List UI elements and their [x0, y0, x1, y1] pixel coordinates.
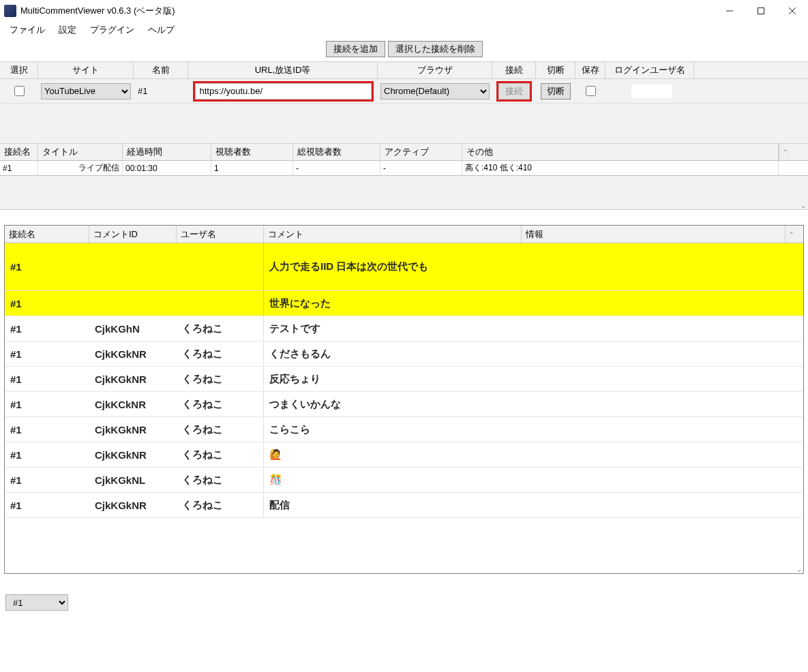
comment-conn: #1: [5, 392, 89, 416]
comment-info: [522, 417, 785, 442]
url-input[interactable]: [195, 83, 372, 100]
comments-panel: 接続名 コメントID ユーザ名 コメント 情報 ⌃ #1人力で走るIID 日本は…: [4, 225, 804, 574]
comment-conn: #1: [5, 316, 89, 341]
connection-blank-area: [0, 104, 808, 143]
comment-info: [522, 243, 785, 290]
stats-row: #1 ライブ配信 00:01:30 1 - - 高く:410 低く:410: [0, 161, 808, 176]
comment-id: CjkKGkNL: [89, 468, 177, 492]
comments-header-cid: コメントID: [89, 226, 177, 243]
stats-header-total: 総視聴者数: [293, 144, 380, 160]
add-connection-button[interactable]: 接続を追加: [326, 41, 385, 57]
window-title: MultiCommentViewer v0.6.3 (ベータ版): [20, 5, 714, 17]
comments-body[interactable]: #1人力で走るIID 日本は次の世代でも#1世界になった#1CjkKGhNくろね…: [5, 243, 803, 573]
comment-text: つまくいかんな: [264, 392, 522, 416]
comment-row[interactable]: #1CjkKGhNくろねこテストです: [5, 316, 803, 341]
menubar: ファイル 設定 プラグイン ヘルプ: [0, 22, 808, 38]
save-checkbox[interactable]: [586, 86, 596, 96]
comment-id: CjkKGkNR: [89, 341, 177, 366]
comment-conn: #1: [5, 367, 89, 391]
stats-header-elapsed: 経過時間: [123, 144, 211, 160]
comment-text: 人力で走るIID 日本は次の世代でも: [264, 243, 522, 290]
header-login-user: ログインユーザ名: [605, 62, 694, 78]
header-connect: 接続: [492, 62, 536, 78]
comment-info: [522, 442, 785, 467]
menu-settings[interactable]: 設定: [52, 22, 83, 38]
stats-header-conn: 接続名: [0, 144, 38, 160]
comment-id: [89, 291, 177, 316]
comment-conn: #1: [5, 442, 89, 467]
remove-connection-button[interactable]: 選択した接続を削除: [388, 41, 483, 57]
select-checkbox[interactable]: [14, 86, 25, 96]
minimize-button[interactable]: [714, 0, 745, 22]
app-icon: [4, 5, 16, 17]
comment-row[interactable]: #1CjkKGkNLくろねこ🎊: [5, 468, 803, 493]
stats-conn: #1: [0, 161, 38, 175]
comment-text: くださもるん: [264, 341, 522, 366]
stats-header-active: アクティブ: [380, 144, 462, 160]
comment-text: 配信: [264, 493, 522, 517]
comment-conn: #1: [5, 341, 89, 366]
stats-header-other: その他: [462, 144, 779, 160]
comments-header-comment: コメント: [264, 226, 522, 243]
comment-row[interactable]: #1CjkKCkNRくろねこつまくいかんな: [5, 392, 803, 417]
stats-header-viewers: 視聴者数: [211, 144, 293, 160]
connection-name: #1: [134, 79, 188, 103]
comments-scroll-up-icon[interactable]: ⌃: [785, 226, 797, 243]
menu-help[interactable]: ヘルプ: [141, 22, 181, 38]
comments-header-info: 情報: [522, 226, 785, 243]
disconnect-button[interactable]: 切断: [541, 83, 571, 100]
header-disconnect: 切断: [536, 62, 575, 78]
header-site: サイト: [38, 62, 134, 78]
stats-header-title: タイトル: [38, 144, 123, 160]
comment-id: CjkKGkNR: [89, 442, 177, 467]
svg-rect-1: [758, 8, 764, 14]
comment-conn: #1: [5, 243, 89, 290]
comment-conn: #1: [5, 291, 89, 316]
comment-text: 反応ちょり: [264, 367, 522, 391]
comment-user: くろねこ: [177, 341, 264, 366]
comment-user: くろねこ: [177, 367, 264, 391]
comment-info: [522, 392, 785, 416]
header-name: 名前: [134, 62, 188, 78]
comment-conn: #1: [5, 468, 89, 492]
menu-plugin[interactable]: プラグイン: [83, 22, 141, 38]
comment-row[interactable]: #1世界になった: [5, 291, 803, 316]
menu-file[interactable]: ファイル: [3, 22, 52, 38]
comment-id: CjkKCkNR: [89, 392, 177, 416]
comment-row[interactable]: #1人力で走るIID 日本は次の世代でも: [5, 243, 803, 291]
stats-scroll-up-icon[interactable]: ⌃: [779, 144, 791, 160]
comment-text: 🎊: [264, 468, 522, 492]
connect-button[interactable]: 接続: [498, 83, 530, 100]
comments-header-user: ユーザ名: [177, 226, 264, 243]
header-browser: ブラウザ: [378, 62, 492, 78]
comment-row[interactable]: #1CjkKGkNRくろねこ🙋: [5, 442, 803, 468]
comment-user: くろねこ: [177, 417, 264, 442]
status-connection-select[interactable]: #1: [5, 594, 68, 611]
connection-header: 選択 サイト 名前 URL,放送ID等 ブラウザ 接続 切断 保存 ログインユー…: [0, 61, 808, 79]
stats-title: ライブ配信: [38, 161, 123, 175]
comment-info: [522, 291, 785, 316]
comment-user: くろねこ: [177, 493, 264, 517]
comment-text: テストです: [264, 316, 522, 341]
browser-select[interactable]: Chrome(Default): [380, 83, 490, 100]
comment-row[interactable]: #1CjkKGkNRくろねこくださもるん: [5, 341, 803, 367]
comment-conn: #1: [5, 493, 89, 517]
comment-info: [522, 468, 785, 492]
maximize-button[interactable]: [745, 0, 777, 22]
header-save: 保存: [575, 62, 605, 78]
comment-row[interactable]: #1CjkKGkNRくろねこ配信: [5, 493, 803, 518]
close-button[interactable]: [777, 0, 808, 22]
comment-user: [177, 291, 264, 316]
toolbar: 接続を追加 選択した接続を削除: [0, 38, 808, 61]
comment-info: [522, 367, 785, 391]
comment-id: CjkKGkNR: [89, 493, 177, 517]
comments-scroll-down-icon[interactable]: ⌄: [796, 566, 802, 573]
comment-id: CjkKGkNR: [89, 367, 177, 391]
comment-text: 🙋: [264, 442, 522, 467]
comment-user: [177, 243, 264, 290]
comment-row[interactable]: #1CjkKGkNRくろねこ反応ちょり: [5, 367, 803, 392]
status-bar: #1: [0, 574, 808, 611]
site-select[interactable]: YouTubeLive: [41, 83, 131, 100]
comment-user: くろねこ: [177, 316, 264, 341]
comment-row[interactable]: #1CjkKGkNRくろねここらこら: [5, 417, 803, 442]
